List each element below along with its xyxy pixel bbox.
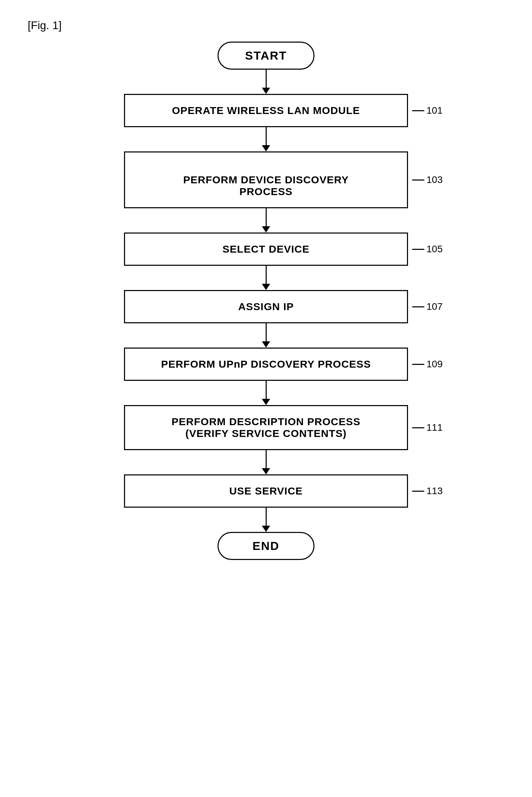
step-105-label: SELECT DEVICE: [222, 243, 309, 255]
arrow-5: [262, 381, 270, 405]
step-103-num: 103: [412, 174, 443, 185]
step-103-label: PERFORM DEVICE DISCOVERYPROCESS: [183, 174, 349, 197]
arrow-7: [262, 508, 270, 532]
step-111-label: PERFORM DESCRIPTION PROCESS(VERIFY SERVI…: [171, 416, 360, 439]
step-101-wrapper: OPERATE WIRELESS LAN MODULE 101: [124, 94, 408, 127]
arrow-head: [262, 468, 270, 474]
arrow-head: [262, 399, 270, 405]
step-109-num: 109: [412, 359, 443, 370]
arrow-line: [266, 508, 267, 526]
arrow-line: [266, 70, 267, 88]
step-tick: [412, 179, 424, 181]
step-113-wrapper: USE SERVICE 113: [124, 474, 408, 508]
step-101-box: OPERATE WIRELESS LAN MODULE: [124, 94, 408, 127]
step-103-wrapper: PERFORM DEVICE DISCOVERYPROCESS 103: [124, 151, 408, 208]
step-tick: [412, 306, 424, 307]
arrow-head: [262, 226, 270, 233]
step-105-box: SELECT DEVICE: [124, 233, 408, 266]
arrow-line: [266, 266, 267, 284]
arrow-head: [262, 145, 270, 151]
step-107-label: ASSIGN IP: [238, 301, 294, 312]
step-105-num: 105: [412, 244, 443, 255]
step-103-box: PERFORM DEVICE DISCOVERYPROCESS: [124, 151, 408, 208]
step-101-label: OPERATE WIRELESS LAN MODULE: [172, 105, 360, 116]
arrow-head: [262, 341, 270, 348]
arrow-6: [262, 450, 270, 474]
step-107-num: 107: [412, 301, 443, 312]
arrow-4: [262, 323, 270, 348]
arrow-head: [262, 88, 270, 94]
arrow-line: [266, 127, 267, 145]
step-tick: [412, 491, 424, 492]
start-terminal: START: [218, 42, 314, 70]
step-109-wrapper: PERFORM UPnP DISCOVERY PROCESS 109: [124, 348, 408, 381]
arrow-2: [262, 208, 270, 233]
flowchart: START OPERATE WIRELESS LAN MODULE 101 PE…: [0, 42, 532, 560]
step-101-num: 101: [412, 105, 443, 116]
step-105-wrapper: SELECT DEVICE 105: [124, 233, 408, 266]
arrow-3: [262, 266, 270, 290]
step-107-box: ASSIGN IP: [124, 290, 408, 323]
arrow-line: [266, 381, 267, 399]
step-tick: [412, 110, 424, 111]
step-109-box: PERFORM UPnP DISCOVERY PROCESS: [124, 348, 408, 381]
step-113-box: USE SERVICE: [124, 474, 408, 508]
arrow-1: [262, 127, 270, 151]
step-tick: [412, 249, 424, 250]
step-111-num: 111: [412, 422, 443, 433]
step-113-label: USE SERVICE: [229, 485, 303, 497]
page-container: [Fig. 1] START OPERATE WIRELESS LAN MODU…: [0, 0, 532, 797]
arrow-0: [262, 70, 270, 94]
figure-label: [Fig. 1]: [28, 19, 62, 32]
arrow-line: [266, 323, 267, 341]
step-107-wrapper: ASSIGN IP 107: [124, 290, 408, 323]
step-tick: [412, 364, 424, 365]
step-111-box: PERFORM DESCRIPTION PROCESS(VERIFY SERVI…: [124, 405, 408, 450]
step-113-num: 113: [412, 485, 443, 497]
arrow-head: [262, 526, 270, 532]
step-tick: [412, 427, 424, 428]
arrow-line: [266, 450, 267, 468]
step-109-label: PERFORM UPnP DISCOVERY PROCESS: [161, 358, 371, 370]
end-terminal: END: [218, 532, 314, 560]
arrow-head: [262, 284, 270, 290]
step-111-wrapper: PERFORM DESCRIPTION PROCESS(VERIFY SERVI…: [124, 405, 408, 450]
arrow-line: [266, 208, 267, 226]
